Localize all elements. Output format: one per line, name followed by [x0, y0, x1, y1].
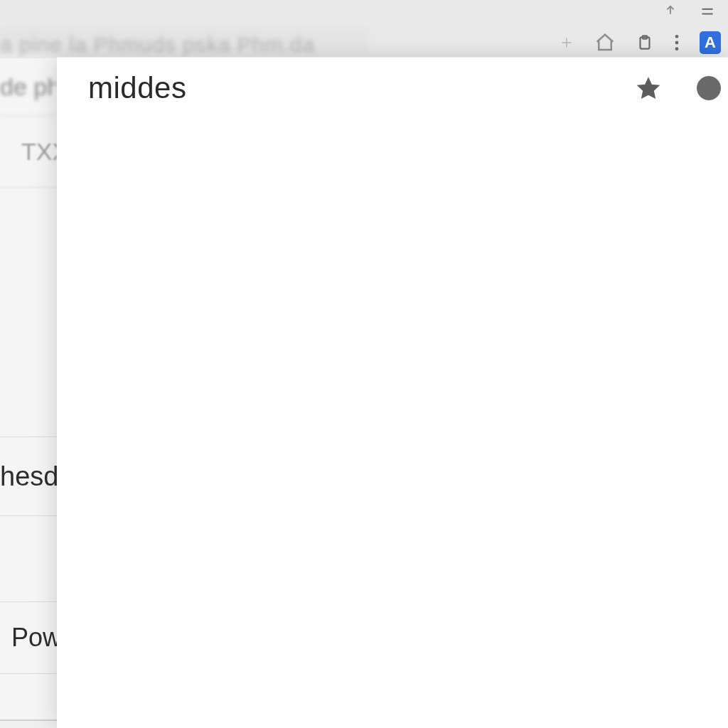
- fg-header: [57, 58, 728, 119]
- foreground-window: [57, 57, 728, 728]
- bg-row-2: TXX: [0, 116, 57, 188]
- bg-row-3: [0, 188, 57, 437]
- svg-point-8: [675, 47, 679, 50]
- clipboard-icon[interactable]: [636, 33, 654, 52]
- bg-row-4: hesd: [0, 437, 57, 516]
- bg-row-1: de phn: [0, 58, 57, 116]
- bg-left-column: de phn TXX hesd Powe: [0, 58, 57, 721]
- add-icon[interactable]: [559, 35, 574, 50]
- bg-toolbar-blur-text: a pine la Phmuds pska Phm.da: [0, 33, 315, 57]
- bg-toolbar: a pine la Phmuds pska Phm.da: [0, 0, 728, 59]
- bg-row-5: [0, 516, 57, 602]
- home-icon[interactable]: [594, 32, 616, 53]
- more-icon[interactable]: [674, 33, 680, 52]
- share-icon[interactable]: [663, 4, 678, 20]
- svg-point-6: [675, 35, 679, 38]
- fg-content-area[interactable]: [57, 119, 728, 728]
- bg-row-6: Powe: [0, 602, 57, 674]
- svg-point-7: [675, 41, 679, 45]
- star-icon[interactable]: [634, 74, 663, 102]
- menu-icon[interactable]: [698, 5, 717, 19]
- profile-dot-icon[interactable]: [697, 76, 721, 100]
- title-input[interactable]: [87, 70, 620, 106]
- profile-badge[interactable]: A: [700, 31, 721, 54]
